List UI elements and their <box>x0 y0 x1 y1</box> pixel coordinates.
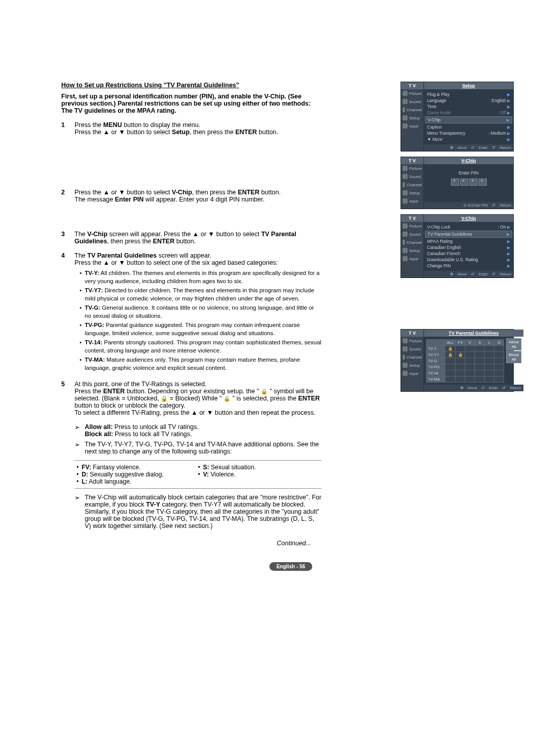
osd-side-item: Sound <box>401 345 423 353</box>
return-hint: ↺ Return <box>492 145 511 150</box>
return-hint: ↺ Return <box>492 203 511 208</box>
subrating-item: V: Violence. <box>198 471 319 478</box>
arrow-allow-block: Allow all: Press to unlock all TV rating… <box>74 423 321 438</box>
step-number: 1 <box>61 121 74 136</box>
menu-icon <box>403 182 405 187</box>
osd-menu-item[interactable]: Canadian English ▶ <box>427 244 510 250</box>
text: button to display the menu. <box>122 121 201 129</box>
osd-side-item: Input <box>401 197 423 205</box>
osd-menu-item[interactable]: Downloadable U.S. Rating ▶ <box>427 257 510 263</box>
menu-icon <box>403 190 408 195</box>
osd-menu-item[interactable]: Canadian French ▶ <box>427 250 510 257</box>
enter-hint: ⏎ Enter <box>481 386 498 390</box>
osd-side-item: Setup <box>401 361 423 369</box>
move-hint: ✥ Move <box>450 272 467 276</box>
subrating-item: D: Sexually suggestive dialog. <box>77 471 198 478</box>
osd-side-item: Picture <box>401 222 423 230</box>
lock-icon: 🔒 <box>223 395 231 402</box>
ratings-list: TV-Y: All children. The themes and eleme… <box>80 269 321 372</box>
osd-menu-item[interactable]: MPAA Rating ▶ <box>427 238 510 244</box>
osd-setup-screenshot: T V PictureSoundChannelSetupInput Setup … <box>400 82 514 152</box>
text: Press the ▲ or ▼ button to select one of… <box>74 259 278 266</box>
block-all-button[interactable]: Block All <box>506 351 521 363</box>
text: = Blocked) While " <box>168 395 223 402</box>
arrow-additional-options: The TV-Y, TV-Y7, TV-G, TV-PG, TV-14 and … <box>74 441 321 455</box>
osd-side-item: Channel <box>401 106 423 114</box>
osd-title: V-Chip <box>424 157 513 164</box>
text: screen will appear. <box>157 252 211 259</box>
osd-menu-item[interactable]: TV Parental Guidelines ▶ <box>425 231 512 238</box>
osd-menu-item[interactable]: Caption ▶ <box>427 124 510 130</box>
menu-icon <box>403 256 408 261</box>
return-hint: ↺ Return <box>492 272 511 276</box>
osd-menu-item[interactable]: Game Mode: Off ▶ <box>427 110 510 116</box>
rating-item: TV-MA: Mature audiences only. This progr… <box>80 356 321 372</box>
text: ENTER <box>153 238 174 245</box>
enter-hint: ⏎ Enter <box>471 145 488 150</box>
move-hint: ✥ Move <box>450 145 467 150</box>
rating-item: TV-Y7: Directed to older children. The t… <box>80 287 321 303</box>
text: ENTER <box>103 388 124 395</box>
subrating-item: S: Sexual situation. <box>198 464 319 471</box>
text: , then press the <box>192 189 238 196</box>
menu-icon <box>403 174 408 179</box>
text: To select a different TV-Rating, press t… <box>74 409 315 416</box>
osd-side-item: Sound <box>401 97 423 106</box>
menu-icon <box>403 240 405 245</box>
osd-menu-item[interactable]: Menu Transparency: Medium ▶ <box>427 130 510 136</box>
osd-menu-item[interactable]: V-Chip ▶ <box>425 116 512 123</box>
pin-digit <box>469 179 478 186</box>
osd-side-item: Setup <box>401 189 423 197</box>
text: button. <box>174 238 196 245</box>
rating-item: TV-14: Parents strongly cautioned. This … <box>80 339 321 355</box>
osd-menu-item[interactable]: Change PIN ▶ <box>427 263 510 269</box>
text: V-Chip <box>87 231 108 238</box>
step-number: 5 <box>61 381 74 416</box>
osd-side-item: Picture <box>401 337 423 345</box>
text: TV-Y <box>146 501 160 508</box>
pin-entry <box>427 179 510 187</box>
menu-icon <box>403 99 408 104</box>
allow-all-button[interactable]: Allow All <box>506 338 521 350</box>
menu-icon <box>403 198 408 204</box>
osd-parental-grid-screenshot: T V PictureSoundChannelSetupInput TV Par… <box>400 329 514 392</box>
text: TV Parental Guidelines <box>87 252 157 259</box>
move-hint: ✥ Move <box>460 386 477 390</box>
osd-side-item: Channel <box>401 353 423 361</box>
subratings-box: FV: Fantasy violence.D: Sexually suggest… <box>74 460 321 489</box>
osd-title: TV Parental Guidelines <box>424 330 523 337</box>
osd-footer: ✥ Move ⏎ Enter ↺ Return <box>424 271 513 278</box>
osd-side-item: Channel <box>401 238 423 246</box>
menu-icon <box>403 248 408 253</box>
pin-hint: 0~9 Enter PIN <box>464 203 488 208</box>
text: Enter PIN <box>115 196 143 203</box>
osd-menu-item[interactable]: ▼ More ▶ <box>427 136 510 142</box>
text: ENTER <box>298 395 319 402</box>
step-1-body: Press the MENU button to display the men… <box>74 121 321 136</box>
step-number: 3 <box>61 231 74 245</box>
osd-side-item: Picture <box>401 164 423 172</box>
osd-menu-item[interactable]: V-Chip Lock: On ▶ <box>427 224 510 230</box>
osd-menu-item[interactable]: Time ▶ <box>427 104 510 110</box>
text: will appear. Enter your 4 digit PIN numb… <box>143 196 264 203</box>
osd-menu-item[interactable]: Plug & Play ▶ <box>427 91 510 97</box>
menu-icon <box>403 223 408 229</box>
text: Press to unlock all TV ratings. <box>113 423 199 431</box>
page-number-pill: English - 56 <box>269 562 312 571</box>
osd-menu-item[interactable]: Language: English ▶ <box>427 97 510 104</box>
osd-side-item: Sound <box>401 230 423 238</box>
text: At this point, one of the TV-Ratings is … <box>74 381 207 388</box>
osd-footer: ✥ Move ⏎ Enter ↺ Return <box>424 144 513 151</box>
subrating-item: L: Adult language. <box>77 478 198 485</box>
osd-title: Setup <box>424 82 513 89</box>
osd-side-item: Setup <box>401 246 423 255</box>
osd-side-item: Input <box>401 255 423 263</box>
text: V-Chip <box>172 189 192 196</box>
return-hint: ↺ Return <box>502 386 521 390</box>
menu-icon <box>403 363 408 368</box>
text: Press to lock all TV ratings. <box>113 431 192 438</box>
osd-vchip-screenshot: T V PictureSoundChannelSetupInput V-Chip… <box>400 214 514 278</box>
menu-icon <box>403 355 405 360</box>
osd-side-item: Sound <box>401 172 423 181</box>
lock-icon: 🔒 <box>261 388 268 395</box>
